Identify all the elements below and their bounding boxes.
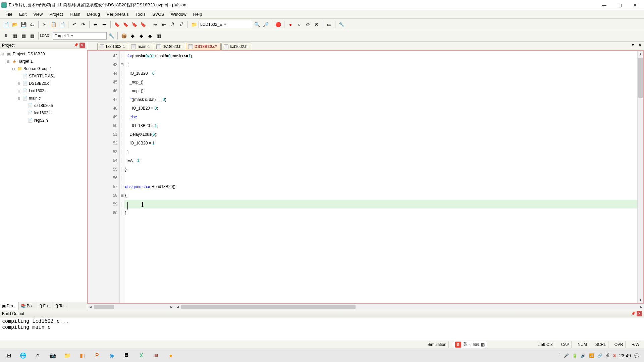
scroll-thumb[interactable] (638, 58, 643, 98)
manage2-button[interactable]: ◆ (128, 32, 137, 40)
project-tab[interactable]: {}Fu... (37, 302, 53, 310)
tree-hscroll[interactable]: ◀ ▶ (87, 304, 174, 310)
bookmark-clear-button[interactable]: 🔖 (139, 20, 147, 28)
project-tab[interactable]: {}Te... (53, 302, 69, 310)
build-output-text[interactable]: compiling Lcd1602.c... compiling main c (0, 317, 644, 340)
redo-button[interactable]: ↷ (79, 20, 87, 28)
uncomment-button[interactable]: // (177, 20, 185, 28)
tree-file[interactable]: 📄ds18b20.h (1, 102, 86, 109)
manage5-button[interactable]: ▦ (155, 32, 163, 40)
window-close[interactable]: ✕ (627, 0, 643, 10)
tree-file[interactable]: ⊟📄main.c (1, 95, 86, 102)
scroll-right-icon[interactable]: ▶ (168, 304, 174, 310)
new-file-button[interactable]: 📄 (2, 20, 10, 28)
pin-icon[interactable]: 📌 (73, 43, 79, 48)
code-text[interactable]: for(mask=0x01;mask!=0;mask<<=1) { IO_18B… (124, 51, 637, 303)
window-maximize[interactable]: ▢ (612, 0, 627, 10)
target-combo[interactable]: Target 1 ▼ (53, 32, 107, 40)
taskbar-powerpoint[interactable]: P (90, 350, 104, 361)
tree-target[interactable]: ⊟ ◈ Target 1 (1, 58, 86, 65)
taskbar-app2[interactable]: ◉ (105, 350, 119, 361)
tray-battery-icon[interactable]: 🔋 (572, 353, 577, 358)
rebuild-button[interactable]: ▦ (19, 32, 28, 40)
file-tab[interactable]: ds18b20.h (154, 43, 185, 50)
tree-file[interactable]: ⊞📄Lcd1602.c (1, 87, 86, 95)
tree-file[interactable]: 📄lcd1602.h (1, 109, 86, 117)
menu-peripherals[interactable]: Peripherals (103, 10, 132, 18)
file-tab[interactable]: lcd1602.h (221, 43, 251, 50)
tray-notifications-icon[interactable]: 💬 (634, 353, 639, 358)
bookmark-prev-button[interactable]: 🔖 (121, 20, 129, 28)
indent-button[interactable]: ⇥ (151, 20, 159, 28)
close-icon[interactable]: ✕ (637, 311, 642, 316)
breakpoint-del-button[interactable]: ⊗ (313, 20, 321, 28)
scroll-left-icon[interactable]: ◀ (87, 304, 93, 310)
menu-flash[interactable]: Flash (66, 10, 84, 18)
tray-volume-icon[interactable]: 🔊 (581, 353, 586, 358)
cut-button[interactable]: ✂ (41, 20, 49, 28)
editor-hscroll[interactable]: ◀ ▶ (174, 304, 644, 310)
build-button[interactable]: ▦ (11, 32, 19, 40)
ime-indicator[interactable]: S 英 ·, ⌨ ▦ (453, 341, 487, 348)
taskbar-explorer[interactable]: 📁 (60, 350, 74, 361)
tray-clock[interactable]: 23:49 (619, 353, 631, 358)
system-tray[interactable]: ˄ 🎤 🔋 🔊 📶 🔗 英 S 23:49 💬 (556, 353, 642, 358)
taskbar-edge[interactable]: 🌐 (16, 350, 30, 361)
find-in-files-button[interactable]: 🔎 (262, 20, 270, 28)
breakpoint-button[interactable]: ⊘ (304, 20, 312, 28)
menu-edit[interactable]: Edit (16, 10, 30, 18)
bookmark-next-button[interactable]: 🔖 (130, 20, 138, 28)
options-button[interactable]: 🔧 (107, 32, 115, 40)
project-tab[interactable]: 📚Bo... (19, 302, 38, 310)
debug-start-button[interactable]: 🔴 (274, 20, 282, 28)
menu-file[interactable]: File (2, 10, 16, 18)
tree-file[interactable]: 📄STARTUP.A51 (1, 72, 86, 80)
menu-project[interactable]: Project (46, 10, 66, 18)
save-button[interactable]: 💾 (19, 20, 28, 28)
file-tab[interactable]: Lcd1602.c (97, 43, 128, 50)
tray-mic-icon[interactable]: 🎤 (564, 353, 569, 358)
taskbar-calc[interactable]: 🖩 (119, 350, 133, 361)
scroll-thumb[interactable] (181, 305, 356, 309)
taskbar-excel[interactable]: X (134, 350, 148, 361)
menu-help[interactable]: Help (190, 10, 206, 18)
bookmark-button[interactable]: 🔖 (113, 20, 121, 28)
project-tree[interactable]: ⊟ ▣ Project: DS18B20 ⊟ ◈ Target 1 ⊟ 📁 So… (0, 49, 87, 302)
menu-view[interactable]: View (30, 10, 46, 18)
tray-sogou-icon[interactable]: S (613, 353, 616, 358)
tree-group[interactable]: ⊟ 📁 Source Group 1 (1, 65, 86, 72)
vertical-scrollbar[interactable]: ▲ ▼ (637, 51, 643, 303)
window-layout-button[interactable]: ▭ (325, 20, 333, 28)
nav-fwd-button[interactable]: ➡ (100, 20, 108, 28)
pin-icon[interactable]: 📌 (631, 311, 636, 316)
menu-window[interactable]: Window (167, 10, 190, 18)
project-tab[interactable]: ▣Pro... (0, 302, 19, 310)
paste-button[interactable]: 📄 (58, 20, 66, 28)
batch-build-button[interactable]: ▦ (28, 32, 36, 40)
find-combo[interactable]: LCD1602_E ▼ (199, 21, 252, 28)
record-button[interactable]: ● (286, 20, 294, 28)
tray-app-icon[interactable]: 🔗 (597, 353, 602, 358)
translate-button[interactable]: ⬇ (2, 32, 10, 40)
scroll-up-icon[interactable]: ▲ (638, 51, 643, 57)
start-button[interactable]: ⊞ (2, 350, 15, 361)
menu-tools[interactable]: Tools (132, 10, 149, 18)
find-button[interactable]: 🔍 (253, 20, 261, 28)
tray-lang-icon[interactable]: 英 (606, 353, 610, 358)
tree-project-root[interactable]: ⊟ ▣ Project: DS18B20 (1, 50, 86, 58)
manage-button[interactable]: 📦 (120, 32, 128, 40)
scroll-left-icon[interactable]: ◀ (174, 304, 180, 310)
save-all-button[interactable]: 🗂 (28, 20, 36, 28)
outdent-button[interactable]: ⇤ (160, 20, 168, 28)
fold-column[interactable]: │⊟││││││││││││││⊟││ (120, 51, 124, 303)
config-button[interactable]: 🔧 (337, 20, 345, 28)
manage3-button[interactable]: ◆ (137, 32, 145, 40)
tab-dropdown-icon[interactable]: ▼ (630, 42, 636, 48)
stop-button[interactable]: ○ (295, 20, 303, 28)
open-file-button[interactable]: 📂 (11, 20, 19, 28)
tree-file[interactable]: 📄reg52.h (1, 117, 86, 124)
taskbar-ie[interactable]: e (31, 350, 45, 361)
file-tab[interactable]: main.c (129, 43, 153, 50)
taskbar-app1[interactable]: ◧ (75, 350, 89, 361)
close-icon[interactable]: ✕ (79, 43, 85, 48)
